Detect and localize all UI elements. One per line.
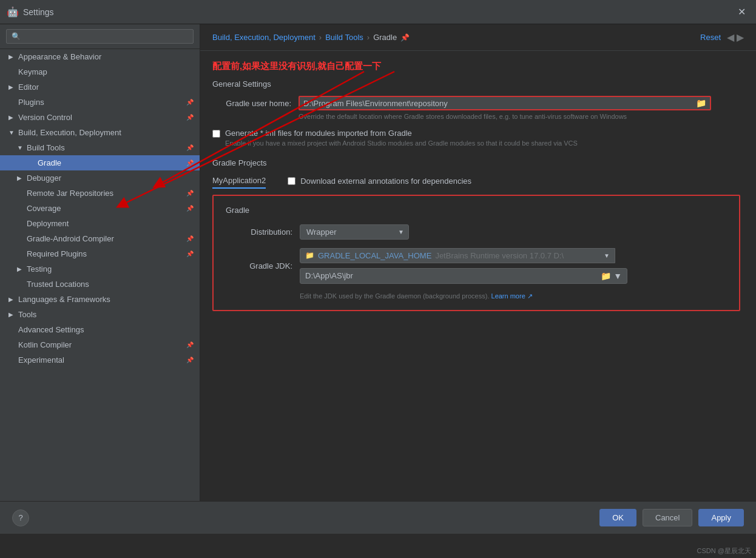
jdk-path-row: D:\App\AS\jbr 📁 ▼ bbox=[300, 268, 627, 284]
distribution-dropdown-wrap: WrapperLocal installationSpecified locat… bbox=[300, 224, 409, 240]
jdk-icon-label: GRADLE_LOCAL_JAVA_HOME bbox=[318, 251, 431, 260]
sidebar-label-testing: Testing bbox=[27, 264, 52, 274]
sidebar-item-kotlin-compiler[interactable]: Kotlin Compiler📌 bbox=[0, 337, 200, 352]
distribution-dropdown[interactable]: WrapperLocal installationSpecified locat… bbox=[300, 224, 409, 240]
sidebar-item-testing[interactable]: ▶Testing bbox=[0, 261, 200, 277]
pin-icon-remote-jar: 📌 bbox=[186, 190, 194, 197]
search-input[interactable] bbox=[6, 29, 194, 44]
ok-button[interactable]: OK bbox=[599, 509, 636, 526]
folder-browse-button[interactable]: 📁 bbox=[696, 98, 706, 108]
sidebar-label-editor: Editor bbox=[18, 82, 39, 92]
cancel-button[interactable]: Cancel bbox=[643, 509, 692, 526]
sidebar-arrow-editor: ▶ bbox=[8, 84, 16, 90]
sidebar-label-debugger: Debugger bbox=[27, 173, 61, 183]
jdk-controls: 📁 GRADLE_LOCAL_JAVA_HOME JetBrains Runti… bbox=[300, 248, 727, 284]
sidebar-item-version-control[interactable]: ▶Version Control📌 bbox=[0, 110, 200, 125]
download-annotations-label: Download external annotations for depend… bbox=[300, 176, 471, 186]
sidebar-item-required-plugins[interactable]: Required Plugins📌 bbox=[0, 246, 200, 261]
sidebar-item-build-exec-deploy[interactable]: ▼Build, Execution, Deployment bbox=[0, 125, 200, 140]
pin-icon-coverage: 📌 bbox=[186, 205, 194, 212]
app-icon: 🤖 bbox=[7, 7, 18, 18]
gradle-user-home-right: 📁 Override the default location where Gr… bbox=[299, 96, 744, 121]
watermark: CSDN @星辰北天 bbox=[697, 546, 751, 556]
close-button[interactable]: ✕ bbox=[735, 6, 748, 18]
gradle-user-home-hint: Override the default location where Grad… bbox=[299, 112, 711, 121]
pin-icon-version-control: 📌 bbox=[186, 114, 194, 121]
sidebar-label-languages-frameworks: Languages & Frameworks bbox=[18, 295, 110, 304]
back-arrow[interactable]: ◀ bbox=[727, 32, 734, 43]
sidebar-label-advanced-settings: Advanced Settings bbox=[18, 325, 84, 334]
sidebar-item-editor[interactable]: ▶Editor bbox=[0, 79, 200, 95]
pin-icon-kotlin-compiler: 📌 bbox=[186, 341, 194, 348]
learn-more-link[interactable]: Learn more ↗ bbox=[491, 292, 533, 300]
sidebar-item-remote-jar[interactable]: Remote Jar Repositories📌 bbox=[0, 186, 200, 201]
pin-icon-gradle: 📌 bbox=[186, 160, 194, 166]
sidebar-label-experimental: Experimental bbox=[18, 355, 64, 365]
search-box bbox=[0, 24, 200, 49]
jdk-path-browse-button[interactable]: 📁 bbox=[601, 271, 611, 281]
jdk-path-text: D:\App\AS\jbr bbox=[305, 271, 601, 280]
breadcrumb-part3: Gradle bbox=[373, 33, 397, 42]
sidebar-item-deployment[interactable]: Deployment bbox=[0, 216, 200, 231]
sidebar-item-experimental[interactable]: Experimental📌 bbox=[0, 352, 200, 368]
sidebar-item-tools[interactable]: ▶Tools bbox=[0, 307, 200, 322]
jdk-sub-label: JetBrains Runtime version 17.0.7 D:\ bbox=[435, 251, 564, 260]
download-annotations-checkbox[interactable] bbox=[288, 177, 295, 185]
sidebar-item-languages-frameworks[interactable]: ▶Languages & Frameworks bbox=[0, 292, 200, 307]
title-bar: 🤖 Settings ✕ bbox=[0, 0, 756, 24]
sidebar-label-deployment: Deployment bbox=[27, 219, 69, 228]
jdk-row: Gradle JDK: 📁 GRADLE_LOCAL_JAVA_HOME Jet… bbox=[226, 248, 727, 284]
sidebar-item-gradle[interactable]: Gradle📌 bbox=[0, 155, 200, 170]
gradle-user-home-label: Gradle user home: bbox=[212, 96, 291, 108]
sidebar-item-keymap[interactable]: Keymap bbox=[0, 64, 200, 79]
sidebar-label-build-exec-deploy: Build, Execution, Deployment bbox=[18, 128, 121, 137]
sidebar: ▶Appearance & BehaviorKeymap▶EditorPlugi… bbox=[0, 24, 200, 501]
sidebar-label-appearance: Appearance & Behavior bbox=[18, 52, 101, 61]
sidebar-label-build-tools: Build Tools bbox=[27, 143, 65, 152]
download-annotations-row: Download external annotations for depend… bbox=[288, 176, 471, 186]
sidebar-label-version-control: Version Control bbox=[18, 113, 72, 122]
gradle-user-home-row: Gradle user home: 📁 Override the default… bbox=[212, 96, 744, 121]
main-content: 配置前,如果这里没有识别,就自己配置一下 General Settings Gr… bbox=[200, 51, 756, 321]
sidebar-item-appearance[interactable]: ▶Appearance & Behavior bbox=[0, 49, 200, 64]
sidebar-label-remote-jar: Remote Jar Repositories bbox=[27, 189, 113, 198]
jdk-dropdown-arrow-icon: ▼ bbox=[604, 252, 610, 259]
breadcrumb-bar: Build, Execution, Deployment › Build Too… bbox=[200, 24, 756, 51]
sidebar-item-gradle-android[interactable]: Gradle-Android Compiler📌 bbox=[0, 231, 200, 246]
sidebar-arrow-languages-frameworks: ▶ bbox=[8, 296, 16, 303]
tab-myapplication2[interactable]: MyApplication2 bbox=[212, 173, 266, 189]
breadcrumb-sep2: › bbox=[367, 33, 370, 42]
breadcrumb-part1[interactable]: Build, Execution, Deployment bbox=[212, 33, 316, 42]
sidebar-item-trusted-locations[interactable]: Trusted Locations bbox=[0, 277, 200, 292]
breadcrumb-part2[interactable]: Build Tools bbox=[325, 33, 363, 42]
sidebar-label-gradle: Gradle bbox=[38, 158, 61, 167]
generate-iml-row: Generate *.iml files for modules importe… bbox=[212, 129, 744, 148]
sidebar-item-advanced-settings[interactable]: Advanced Settings bbox=[0, 322, 200, 337]
jdk-select[interactable]: 📁 GRADLE_LOCAL_JAVA_HOME JetBrains Runti… bbox=[300, 248, 615, 263]
jdk-hint: Edit the JDK used by the Gradle daemon (… bbox=[300, 292, 727, 300]
jdk-label: Gradle JDK: bbox=[226, 261, 292, 271]
gradle-projects-title: Gradle Projects bbox=[212, 158, 744, 167]
sidebar-item-debugger[interactable]: ▶Debugger bbox=[0, 170, 200, 186]
forward-arrow[interactable]: ▶ bbox=[737, 32, 744, 43]
reset-button[interactable]: Reset bbox=[700, 33, 721, 42]
jdk-path-icons: 📁 ▼ bbox=[601, 271, 622, 281]
sidebar-item-build-tools[interactable]: ▼Build Tools📌 bbox=[0, 140, 200, 155]
breadcrumb-sep1: › bbox=[319, 33, 322, 42]
sidebar-item-coverage[interactable]: Coverage📌 bbox=[0, 201, 200, 216]
pin-icon-plugins: 📌 bbox=[186, 99, 194, 106]
pin-icon-required-plugins: 📌 bbox=[186, 250, 194, 257]
sidebar-label-trusted-locations: Trusted Locations bbox=[27, 280, 89, 289]
sidebar-label-gradle-android: Gradle-Android Compiler bbox=[27, 234, 114, 243]
sidebar-item-plugins[interactable]: Plugins📌 bbox=[0, 95, 200, 110]
pin-icon-gradle-android: 📌 bbox=[186, 235, 194, 242]
generate-iml-checkbox[interactable] bbox=[212, 130, 220, 138]
sidebar-label-keymap: Keymap bbox=[18, 67, 47, 76]
pin-icon-build-tools: 📌 bbox=[186, 144, 194, 151]
sidebar-label-tools: Tools bbox=[18, 310, 36, 319]
gradle-user-home-input[interactable] bbox=[303, 99, 692, 108]
sidebar-arrow-debugger: ▶ bbox=[17, 175, 24, 181]
apply-button[interactable]: Apply bbox=[698, 509, 744, 526]
help-button[interactable]: ? bbox=[12, 509, 29, 526]
jdk-path-dropdown-button[interactable]: ▼ bbox=[613, 271, 622, 281]
